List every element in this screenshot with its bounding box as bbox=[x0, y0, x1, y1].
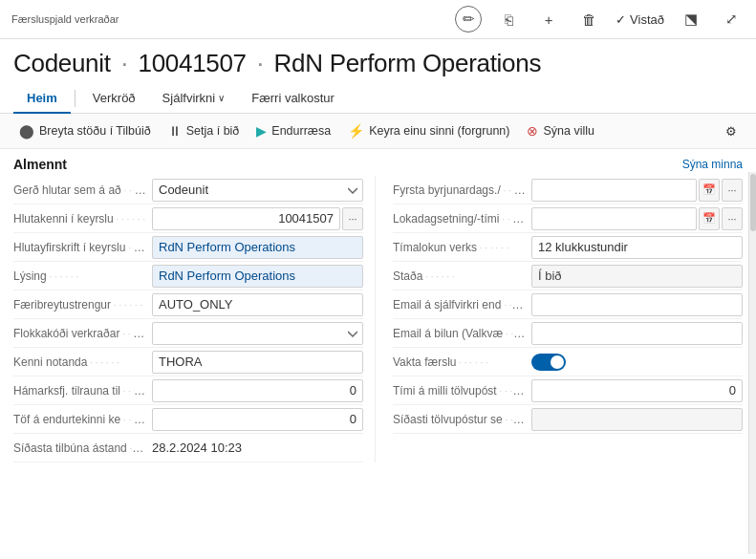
field-hlutakenni: Hlutakenni í keyrslu ··· bbox=[13, 204, 363, 233]
email-bilun-input[interactable] bbox=[531, 322, 743, 345]
field-hamarksfj: Hámarksfj. tilrauna til bbox=[13, 376, 363, 405]
share-icon[interactable]: ⎗ bbox=[495, 6, 522, 32]
tab-heim[interactable]: Heim bbox=[13, 84, 71, 114]
lokadagsetning-input[interactable] bbox=[531, 207, 697, 230]
kenni-input[interactable] bbox=[152, 351, 363, 374]
field-kenni-value bbox=[152, 351, 363, 374]
field-sidasta-value: 28.2.2024 10:23 bbox=[152, 441, 363, 455]
vakta-toggle[interactable] bbox=[531, 354, 743, 371]
sidasti-tolvu-input[interactable] bbox=[531, 408, 743, 431]
action-bar: ⬤ Breyta stöðu í Tilbúið ⏸ Setja í bið ▶… bbox=[0, 114, 756, 149]
field-tof-value bbox=[152, 408, 363, 431]
faeribreytu-input[interactable] bbox=[152, 293, 363, 316]
edit-icon[interactable]: ✏ bbox=[455, 6, 482, 32]
gerd-select[interactable]: CodeunitReportXMLportPage bbox=[152, 179, 363, 202]
add-icon[interactable]: + bbox=[535, 6, 562, 32]
endurressa-label: Endurræsa bbox=[271, 124, 331, 138]
lokadagsetning-more-btn[interactable]: ··· bbox=[722, 207, 743, 230]
field-lokadagsetning-label: Lokadagsetning/-tími bbox=[393, 212, 531, 226]
synavillu-button[interactable]: ⊗ Sýna villu bbox=[519, 118, 602, 143]
field-lysing-label: Lýsing bbox=[13, 269, 152, 283]
field-email-sjalfv: Email á sjálfvirkri end bbox=[393, 290, 743, 319]
lysing-input[interactable] bbox=[152, 265, 363, 288]
field-stada-label: Staða bbox=[393, 269, 531, 283]
field-tof: Töf á endurtekinni ke bbox=[13, 405, 363, 434]
field-gerd-label: Gerð hlutar sem á að bbox=[13, 183, 152, 197]
hlutakenni-btn[interactable]: ··· bbox=[342, 207, 363, 230]
setja-button[interactable]: ⏸ Setja í bið bbox=[161, 118, 248, 143]
field-faeribreytu: Færibreytustrengur bbox=[13, 290, 363, 319]
pause-icon: ⏸ bbox=[168, 123, 182, 139]
field-faeribreytu-label: Færibreytustrengur bbox=[13, 298, 152, 312]
fyrsta-input[interactable] bbox=[531, 179, 697, 202]
field-hamarksfj-value bbox=[152, 379, 363, 402]
timi-milli-input[interactable] bbox=[531, 379, 743, 402]
field-sidasta: Síðasta tilbúna ástand 28.2.2024 10:23 bbox=[13, 434, 363, 462]
fyrsta-calendar-btn[interactable]: 📅 bbox=[699, 179, 720, 202]
page-title-name: RdN Perform Operations bbox=[274, 49, 542, 77]
field-sidasti-tolvu-value bbox=[531, 408, 743, 431]
settings-icon-btn[interactable]: ⚙ bbox=[718, 119, 745, 143]
field-hlutayfirskrift: Hlutayfirskrift í keyrslu bbox=[13, 233, 363, 262]
save-button[interactable]: ✓ Vistað bbox=[616, 12, 664, 27]
field-hlutakenni-label: Hlutakenni í keyrslu bbox=[13, 212, 152, 226]
field-timi-milli-label: Tími á milli tölvupóst bbox=[393, 384, 531, 398]
action-bar-right: ⚙ bbox=[718, 119, 745, 143]
field-hlutakenni-value: ··· bbox=[152, 207, 363, 230]
field-hamarksfj-label: Hámarksfj. tilrauna til bbox=[13, 384, 152, 398]
endurressa-button[interactable]: ▶ Endurræsa bbox=[248, 118, 338, 143]
field-stada: Staða bbox=[393, 262, 743, 290]
field-email-bilun-label: Email á bilun (Valkvæ bbox=[393, 327, 531, 340]
field-vakta-label: Vakta færslu bbox=[393, 355, 531, 369]
field-flokkakodi: Flokkakóði verkraðar bbox=[13, 319, 363, 348]
lokadagsetning-calendar-btn[interactable]: 📅 bbox=[699, 207, 720, 230]
hlutayfirskrift-input[interactable] bbox=[152, 236, 363, 259]
field-email-sjalfv-value bbox=[531, 293, 743, 316]
nav-tabs: Heim Verkröð Sjálfvirkni ∨ Færri valkost… bbox=[0, 84, 756, 114]
page-title: Codeunit · 10041507 · RdN Perform Operat… bbox=[0, 39, 756, 84]
tab-verkrod[interactable]: Verkröð bbox=[79, 84, 149, 114]
field-lokadagsetning-value: 📅 ··· bbox=[531, 207, 743, 230]
fyrsta-more-btn[interactable]: ··· bbox=[722, 179, 743, 202]
field-lokadagsetning: Lokadagsetning/-tími 📅 ··· bbox=[393, 204, 743, 233]
left-column: Gerð hlutar sem á að CodeunitReportXMLpo… bbox=[13, 176, 376, 462]
tof-input[interactable] bbox=[152, 408, 363, 431]
tab-sjalfvirkni[interactable]: Sjálfvirkni ∨ bbox=[149, 84, 239, 114]
scrollbar-thumb[interactable] bbox=[750, 174, 756, 231]
tab-sjalfvirkni-label: Sjálfvirkni bbox=[162, 91, 216, 105]
timalokun-input[interactable] bbox=[531, 236, 743, 259]
tab-faeri-valkostur[interactable]: Færri valkostur bbox=[238, 84, 348, 114]
field-sidasta-label: Síðasta tilbúna ástand bbox=[13, 441, 152, 455]
field-sidasti-tolvu: Síðasti tölvupóstur se bbox=[393, 405, 743, 434]
scrollbar-track bbox=[748, 172, 756, 554]
popout-icon[interactable]: ⬔ bbox=[678, 6, 704, 32]
breyta-button[interactable]: ⬤ Breyta stöðu í Tilbúið bbox=[11, 118, 159, 143]
toggle-track-container[interactable] bbox=[531, 354, 566, 371]
nav-separator bbox=[75, 90, 76, 107]
field-faeribreytu-value bbox=[152, 293, 363, 316]
field-timalokun: Tímalokun verks bbox=[393, 233, 743, 262]
fullscreen-icon[interactable]: ⤢ bbox=[718, 6, 745, 32]
hlutakenni-input[interactable] bbox=[152, 207, 340, 230]
save-label: Vistað bbox=[630, 12, 664, 27]
delete-icon[interactable]: 🗑 bbox=[575, 6, 602, 32]
email-sjalfv-input[interactable] bbox=[531, 293, 743, 316]
field-timi-milli: Tími á milli tölvupóst bbox=[393, 376, 743, 405]
stada-input[interactable] bbox=[531, 265, 743, 288]
page-title-id: 10041507 bbox=[139, 49, 247, 77]
field-timalokun-label: Tímalokun verks bbox=[393, 241, 531, 254]
right-column: Fyrsta byrjunardags./ 📅 ··· Lokadagsetni… bbox=[376, 176, 743, 462]
keyra-button[interactable]: ⚡ Keyra einu sinni (forgrunn) bbox=[340, 118, 517, 143]
field-email-bilun: Email á bilun (Valkvæ bbox=[393, 319, 743, 348]
synavillu-label: Sýna villu bbox=[543, 124, 594, 138]
sidasta-text: 28.2.2024 10:23 bbox=[152, 441, 242, 455]
field-timalokun-value bbox=[531, 236, 743, 259]
flokkakodi-select[interactable] bbox=[152, 322, 363, 345]
field-timi-milli-value bbox=[531, 379, 743, 402]
fields-grid: Gerð hlutar sem á að CodeunitReportXMLpo… bbox=[0, 176, 756, 462]
field-gerd-value: CodeunitReportXMLportPage bbox=[152, 179, 363, 202]
show-less-button[interactable]: Sýna minna bbox=[682, 158, 743, 171]
play-icon: ▶ bbox=[256, 123, 267, 139]
field-sidasti-tolvu-label: Síðasti tölvupóstur se bbox=[393, 413, 531, 426]
hamarksfj-input[interactable] bbox=[152, 379, 363, 402]
